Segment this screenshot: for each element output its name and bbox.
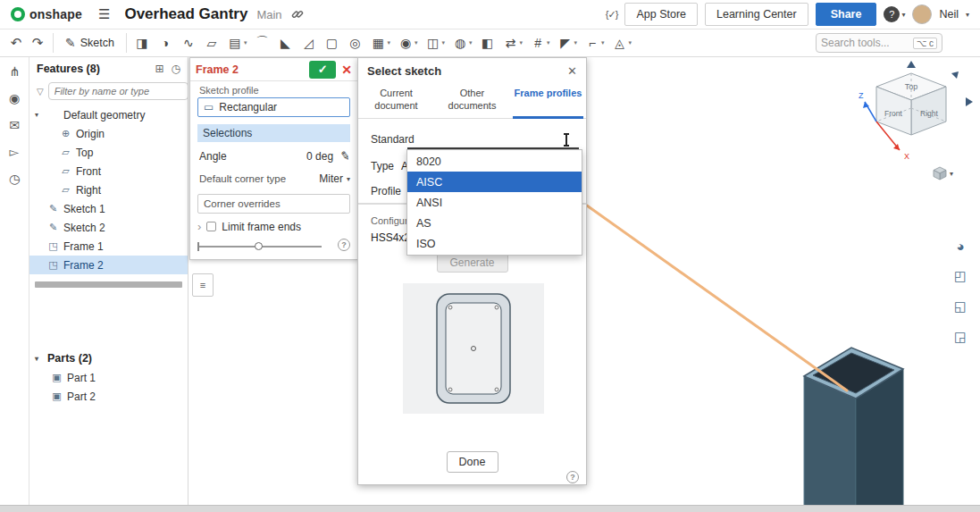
main-menu-icon[interactable]: ☰ bbox=[98, 6, 110, 22]
chevron-down-icon[interactable]: ▾ bbox=[574, 39, 578, 46]
history-icon[interactable]: ◷ bbox=[9, 172, 20, 186]
option-8020[interactable]: 8020 bbox=[407, 151, 582, 172]
rollback-bar[interactable] bbox=[35, 281, 182, 288]
sketch-profile-select[interactable]: ▭ Rectangular bbox=[197, 97, 350, 117]
chevron-down-icon[interactable]: ▾ bbox=[415, 39, 418, 46]
chevron-down-icon[interactable]: ▾ bbox=[442, 39, 446, 46]
tab-current-document[interactable]: Current document bbox=[358, 83, 434, 118]
tab-other-documents[interactable]: Other documents bbox=[434, 83, 510, 118]
tree-item-front-plane[interactable]: ▱ Front bbox=[29, 162, 188, 180]
user-name[interactable]: Neil bbox=[939, 8, 959, 21]
chevron-down-icon[interactable]: ▾ bbox=[244, 39, 247, 46]
done-button[interactable]: Done bbox=[447, 451, 498, 473]
close-icon[interactable]: ✕ bbox=[567, 64, 577, 78]
tab-frame-profiles[interactable]: Frame profiles bbox=[510, 83, 586, 118]
transform-icon[interactable]: ⇄ ▾ bbox=[500, 31, 526, 55]
help-icon[interactable]: ? bbox=[338, 239, 350, 251]
tree-item-sketch-1[interactable]: ✎ Sketch 1 bbox=[29, 199, 188, 218]
expand-chevron-icon[interactable]: ▾ bbox=[35, 355, 43, 363]
tree-item-sketch-2[interactable]: ✎ Sketch 2 bbox=[29, 218, 188, 237]
redo-icon[interactable]: ↷ bbox=[27, 32, 48, 54]
frame-sketch-line[interactable] bbox=[587, 206, 847, 390]
linear-pattern-icon[interactable]: ▦ ▾ bbox=[367, 31, 393, 55]
onshape-logo[interactable]: onshape bbox=[11, 7, 82, 21]
sketch-button[interactable]: ✎ Sketch bbox=[58, 34, 121, 52]
option-ansi[interactable]: ANSI bbox=[407, 192, 582, 213]
draft-icon[interactable]: ◿ bbox=[297, 31, 319, 55]
chevron-down-icon[interactable]: ▾ bbox=[469, 39, 473, 46]
rollback-history-icon[interactable]: ◷ bbox=[172, 63, 180, 75]
circular-pattern-icon[interactable]: ◉ ▾ bbox=[395, 31, 421, 55]
chevron-down-icon[interactable]: ▾ bbox=[601, 39, 605, 46]
tree-item-frame-1[interactable]: ◳ Frame 1 bbox=[29, 237, 188, 256]
measure-icon[interactable]: ◬ ▾ bbox=[609, 31, 635, 55]
chevron-down-icon[interactable]: ▾ bbox=[629, 39, 632, 46]
undo-icon[interactable]: ↶ bbox=[5, 32, 27, 54]
feature-list-flyout-button[interactable]: ≡ bbox=[192, 273, 214, 297]
standard-input[interactable] bbox=[407, 131, 579, 149]
chevron-down-icon[interactable]: ▾ bbox=[520, 39, 524, 46]
generate-button[interactable]: Generate bbox=[437, 253, 508, 273]
search-tools-input[interactable]: Search tools... ⌥ c bbox=[816, 33, 942, 53]
thicken-icon[interactable]: ▤ ▾ bbox=[224, 31, 250, 55]
filter-icon[interactable]: ▽ bbox=[37, 87, 44, 97]
tree-item-top-plane[interactable]: ▱ Top bbox=[29, 143, 188, 162]
slider-handle[interactable] bbox=[255, 242, 263, 250]
angle-drag-icon[interactable]: ✎ bbox=[339, 148, 351, 164]
boolean-icon[interactable]: ◍ ▾ bbox=[449, 31, 475, 55]
bottom-tab-bar[interactable] bbox=[0, 505, 980, 512]
sweep-icon[interactable]: ∿ bbox=[178, 31, 199, 55]
shell-icon[interactable]: ▢ bbox=[321, 31, 342, 55]
workspace-label[interactable]: Main bbox=[256, 8, 281, 21]
frame-icon[interactable]: # ▾ bbox=[527, 31, 553, 55]
follow-icon[interactable]: ◉ bbox=[9, 91, 20, 105]
link-icon[interactable] bbox=[291, 8, 304, 21]
display-states-icon[interactable]: ◰ bbox=[948, 264, 973, 288]
tree-item-default-geometry[interactable]: ▾ Default geometry bbox=[29, 105, 188, 124]
option-aisc[interactable]: AISC bbox=[407, 172, 582, 192]
part-tube[interactable] bbox=[804, 348, 903, 512]
rollback-slider[interactable] bbox=[197, 239, 322, 255]
expand-chevron-icon[interactable]: ▾ bbox=[35, 111, 43, 119]
create-folder-icon[interactable]: ⊞ bbox=[155, 63, 163, 75]
chevron-down-icon[interactable]: ▾ bbox=[387, 39, 390, 46]
chevron-down-icon[interactable]: ▾ bbox=[547, 39, 550, 46]
share-button[interactable]: Share bbox=[816, 3, 877, 26]
confirm-button[interactable]: ✓ bbox=[309, 61, 336, 79]
option-as[interactable]: AS bbox=[407, 213, 582, 233]
share-panel-icon[interactable]: ▻ bbox=[10, 145, 20, 159]
parts-header[interactable]: ▾ Parts (2) bbox=[29, 348, 188, 368]
fillet-icon[interactable]: ⌒ bbox=[251, 31, 272, 55]
app-store-button[interactable]: App Store bbox=[624, 3, 698, 26]
view-options-button[interactable]: ▾ bbox=[933, 166, 953, 180]
corner-overrides-field[interactable]: Corner overrides bbox=[197, 194, 350, 214]
mirror-icon[interactable]: ◫ ▾ bbox=[423, 31, 448, 55]
hole-icon[interactable]: ◎ bbox=[344, 31, 365, 55]
featurescript-icon[interactable]: {✓} bbox=[606, 9, 618, 21]
split-icon[interactable]: ◧ bbox=[477, 31, 498, 55]
help-menu[interactable]: ? ▾ bbox=[884, 6, 905, 22]
avatar[interactable] bbox=[912, 4, 932, 24]
revolve-icon[interactable]: ◑ bbox=[155, 31, 176, 55]
chamfer-icon[interactable]: ◣ bbox=[274, 31, 296, 55]
view-cube[interactable]: Top Front Right Z X bbox=[844, 61, 978, 172]
extrude-icon[interactable]: ◨ bbox=[131, 31, 153, 55]
gusset-icon[interactable]: ◤ ▾ bbox=[555, 31, 581, 55]
part-item-2[interactable]: ▣ Part 2 bbox=[29, 387, 188, 406]
help-icon[interactable]: ? bbox=[566, 471, 579, 483]
select-sketch-header[interactable]: Select sketch ✕ bbox=[358, 58, 586, 83]
learning-center-button[interactable]: Learning Center bbox=[705, 3, 808, 26]
limit-frame-ends-checkbox[interactable] bbox=[206, 222, 216, 231]
angle-value[interactable]: 0 deg bbox=[306, 150, 333, 163]
versions-icon[interactable]: ⋔ bbox=[9, 64, 20, 79]
selections-field[interactable]: Selections bbox=[197, 124, 350, 142]
chevron-down-icon[interactable]: ▾ bbox=[966, 11, 969, 19]
named-views-icon[interactable]: ◕ bbox=[948, 234, 973, 257]
chevron-right-icon[interactable]: › bbox=[197, 220, 201, 233]
corner-type-select[interactable]: Miter ▾ bbox=[319, 172, 350, 185]
tree-item-right-plane[interactable]: ▱ Right bbox=[29, 180, 188, 199]
sheet-metal-icon[interactable]: ⌐ ▾ bbox=[582, 31, 607, 55]
tree-item-origin[interactable]: ⊕ Origin bbox=[29, 124, 188, 143]
exploded-view-icon[interactable]: ◲ bbox=[948, 325, 973, 348]
part-item-1[interactable]: ▣ Part 1 bbox=[29, 368, 188, 387]
